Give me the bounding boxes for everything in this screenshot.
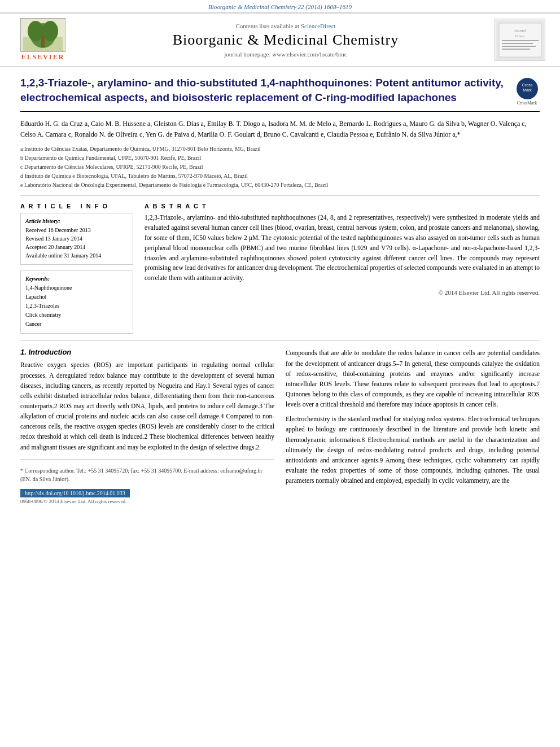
copyright: © 2014 Elsevier Ltd. All rights reserved… xyxy=(145,289,540,296)
crossmark-logo: Cross Mark xyxy=(517,78,538,99)
history-label: Article history: xyxy=(25,218,128,224)
footnote-divider xyxy=(20,459,274,460)
affiliation-b: b Departamento de Química Fundamental, U… xyxy=(20,154,540,162)
article-info-abstract-section: A R T I C L E I N F O Article history: R… xyxy=(20,203,540,334)
left-column: A R T I C L E I N F O Article history: R… xyxy=(20,203,133,334)
sciencedirect-anchor[interactable]: ScienceDirect xyxy=(301,23,336,29)
keywords-box: Keywords: 1,4-Naphthoquinone Lapachol 1,… xyxy=(20,270,133,334)
svg-text:Cross: Cross xyxy=(522,83,532,87)
crossmark-section: Cross Mark CrossMark xyxy=(514,78,540,106)
keywords-label: Keywords: xyxy=(25,276,128,282)
footnote-text: * Corresponding author. Tel.: +55 31 340… xyxy=(20,466,274,483)
intro-left-column: 1. Introduction Reactive oxygen species … xyxy=(20,348,274,504)
svg-rect-10 xyxy=(502,43,533,44)
svg-rect-4 xyxy=(41,36,45,47)
intro-right-column: Compounds that are able to modulate the … xyxy=(286,348,540,504)
abstract-text: 1,2,3-Triazole-, arylamino- and thio-sub… xyxy=(145,213,540,283)
elsevier-tree-image xyxy=(20,18,65,52)
intro-heading: 1. Introduction xyxy=(20,348,274,356)
sciencedirect-link: Contents lists available at ScienceDirec… xyxy=(82,23,489,29)
svg-text:Cover: Cover xyxy=(515,34,525,38)
keyword-2: Lapachol xyxy=(25,292,128,302)
svg-point-3 xyxy=(42,21,58,41)
accepted-date: Accepted 20 January 2014 xyxy=(25,243,128,251)
abstract-title: A B S T R A C T xyxy=(145,203,540,209)
journal-header: ELSEVIER Contents lists available at Sci… xyxy=(0,12,560,67)
journal-reference: Bioorganic & Medicinal Chemistry 22 (201… xyxy=(0,0,560,12)
svg-text:Mark: Mark xyxy=(523,88,532,92)
affiliation-d: d Instituto de Química e Biotecnologia, … xyxy=(20,172,540,180)
available-date: Available online 31 January 2014 xyxy=(25,251,128,260)
svg-text:Journal: Journal xyxy=(514,28,526,33)
section-divider xyxy=(20,340,540,341)
affiliations: a Instituto de Ciências Exatas, Departam… xyxy=(20,145,540,196)
main-content: 1,2,3-Triazole-, arylamino- and thio-sub… xyxy=(0,67,560,513)
article-title: 1,2,3-Triazole-, arylamino- and thio-sub… xyxy=(20,76,514,104)
received-date: Received 16 December 2013 xyxy=(25,226,128,234)
revised-date: Revised 13 January 2014 xyxy=(25,234,128,243)
keyword-3: 1,2,3-Triazoles xyxy=(25,302,128,311)
svg-rect-11 xyxy=(502,46,536,47)
article-info-title: A R T I C L E I N F O xyxy=(20,203,133,209)
keyword-1: 1,4-Naphthoquinone xyxy=(25,283,128,292)
intro-paragraph-1: Reactive oxygen species (ROS) are import… xyxy=(20,360,274,452)
svg-point-2 xyxy=(28,21,43,41)
doi-link[interactable]: http://dx.doi.org/10.1016/j.bmc.2014.01.… xyxy=(20,489,130,497)
issn: 0968-0896/© 2014 Elsevier Ltd. All right… xyxy=(20,499,274,504)
keyword-4: Click chemistry xyxy=(25,311,128,320)
article-history-box: Article history: Received 16 December 20… xyxy=(20,213,133,265)
elsevier-logo: ELSEVIER xyxy=(9,18,77,62)
svg-rect-9 xyxy=(502,40,539,41)
introduction-section: 1. Introduction Reactive oxygen species … xyxy=(20,348,540,504)
cover-image-section: Journal Cover xyxy=(495,19,551,61)
journal-homepage: journal homepage: www.elsevier.com/locat… xyxy=(82,51,489,58)
intro-paragraph-right-2: Electrochemistry is the standard method … xyxy=(286,414,540,486)
crossmark-label: CrossMark xyxy=(517,101,537,106)
affiliation-a: a Instituto de Ciências Exatas, Departam… xyxy=(20,145,540,153)
authors: Eduardo H. G. da Cruz a, Caio M. B. Huss… xyxy=(20,119,540,140)
publisher-logo-section: ELSEVIER xyxy=(9,18,77,62)
intro-paragraph-right-1: Compounds that are able to modulate the … xyxy=(286,348,540,409)
keyword-5: Cancer xyxy=(25,320,128,329)
journal-title: Bioorganic & Medicinal Chemistry xyxy=(82,32,489,49)
elsevier-label: ELSEVIER xyxy=(21,53,65,62)
affiliation-c: c Departamento de Ciências Moleculares, … xyxy=(20,163,540,171)
svg-rect-12 xyxy=(502,49,530,50)
journal-title-section: Contents lists available at ScienceDirec… xyxy=(82,23,489,58)
affiliation-e: e Laboratório Nacional de Oncologia Expe… xyxy=(20,181,540,189)
right-column: A B S T R A C T 1,2,3-Triazole-, arylami… xyxy=(145,203,540,334)
article-title-section: 1,2,3-Triazole-, arylamino- and thio-sub… xyxy=(20,76,540,112)
cover-image: Journal Cover xyxy=(495,19,545,61)
